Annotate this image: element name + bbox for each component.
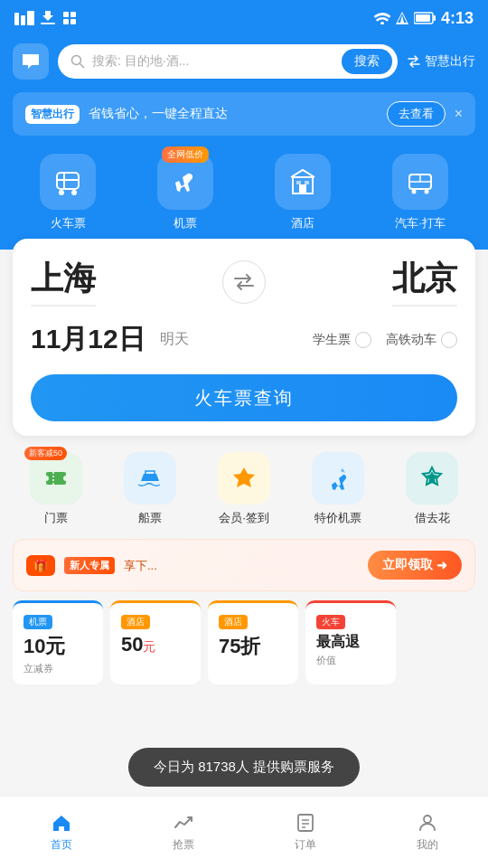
date-main[interactable]: 11月12日 xyxy=(31,321,145,358)
svg-rect-7 xyxy=(70,19,76,24)
student-ticket-checkbox[interactable]: 学生票 xyxy=(313,332,371,348)
member-icon-circle xyxy=(218,452,270,505)
sec-nav-borrow[interactable]: 借去花 xyxy=(406,452,458,526)
member-label: 会员·签到 xyxy=(219,510,269,526)
banner-inner: 智慧出行 省钱省心，一键全程直达 去查看 × xyxy=(13,92,475,136)
hotel-icon-circle xyxy=(275,154,331,210)
svg-marker-38 xyxy=(341,468,345,473)
nav-train[interactable]: 火车票 xyxy=(40,154,96,231)
nav-bus[interactable]: 汽车·打车 xyxy=(392,154,448,231)
sec-nav-cheap-flight[interactable]: 特价机票 xyxy=(312,452,364,526)
app-icon xyxy=(61,10,78,26)
train-icon-circle xyxy=(40,154,96,210)
low-price-badge: 全网低价 xyxy=(162,146,209,163)
bottom-nav-home[interactable]: 首页 xyxy=(0,797,122,868)
svg-rect-12 xyxy=(416,14,430,22)
svg-rect-11 xyxy=(433,15,436,21)
nav-hotel[interactable]: 酒店 xyxy=(275,154,331,231)
promo-cta-button[interactable]: 立即领取 ➜ xyxy=(368,551,462,580)
svg-line-17 xyxy=(80,64,85,69)
svg-rect-5 xyxy=(70,12,76,17)
toast-text: 今日为 81738人 提供购票服务 xyxy=(154,759,334,774)
bus-icon xyxy=(405,166,436,197)
swap-cities-button[interactable] xyxy=(222,260,266,304)
header: 搜索: 目的地·酒... 搜索 智慧出行 xyxy=(0,36,488,92)
bottom-nav-grab[interactable]: 抢票 xyxy=(122,797,244,868)
nav-icons: 火车票 全网低价 机票 酒店 汽车·打车 xyxy=(0,146,488,250)
search-bar[interactable]: 搜索: 目的地·酒... 搜索 xyxy=(58,44,398,79)
bus-label: 汽车·打车 xyxy=(395,215,446,231)
promo-cta-arrow: ➜ xyxy=(436,558,447,572)
chat-button[interactable] xyxy=(13,43,49,80)
orders-label: 订单 xyxy=(295,837,316,853)
gallery-icon xyxy=(14,11,34,25)
promo-desc: 享下... xyxy=(124,559,157,572)
coupon-flight-desc: 立减券 xyxy=(23,662,92,675)
banner-section: 智慧出行 省钱省心，一键全程直达 去查看 × xyxy=(0,92,488,146)
new-user-badge: 新客减50 xyxy=(24,447,67,460)
banner-logo: 智慧出行 xyxy=(25,105,80,124)
svg-rect-6 xyxy=(63,19,69,24)
sec-nav-ticket[interactable]: 新客减50 门票 xyxy=(30,452,82,526)
sec-nav-ship[interactable]: 船票 xyxy=(124,452,176,526)
to-city-name[interactable]: 北京 xyxy=(392,257,457,301)
status-bar: 4:13 xyxy=(0,0,488,36)
coupon-train-amount: 最高退 xyxy=(316,633,385,652)
gaotie-checkbox[interactable]: 高铁动车 xyxy=(386,332,457,348)
member-icon xyxy=(230,465,258,492)
to-city[interactable]: 北京 xyxy=(392,257,457,307)
search-icon xyxy=(70,54,85,69)
banner-cta-button[interactable]: 去查看 xyxy=(387,101,446,127)
student-ticket-radio[interactable] xyxy=(355,332,371,348)
route-row: 上海 北京 xyxy=(31,257,457,307)
cheap-flight-icon-circle xyxy=(312,452,364,505)
hotel-icon xyxy=(287,166,318,197)
banner-text: 省钱省心，一键全程直达 xyxy=(89,106,378,122)
search-button[interactable]: 搜索 xyxy=(342,49,392,74)
svg-rect-27 xyxy=(296,181,301,184)
coupon-train-tag: 火车 xyxy=(316,615,345,629)
svg-rect-28 xyxy=(305,181,309,184)
promo-logo: 🎁 xyxy=(26,555,55,576)
coupon-hotel1[interactable]: 酒店 50元 xyxy=(110,600,201,684)
svg-rect-26 xyxy=(299,184,306,193)
swap-cities-icon xyxy=(233,274,255,290)
grab-icon xyxy=(173,812,194,834)
from-city[interactable]: 上海 xyxy=(31,257,96,307)
search-card: 上海 北京 11月12日 明天 学生票 高铁动车 火车票查询 xyxy=(13,239,475,436)
cheap-flight-icon xyxy=(324,465,352,492)
hotel-label: 酒店 xyxy=(291,215,314,231)
borrow-label: 借去花 xyxy=(415,510,450,526)
from-city-name[interactable]: 上海 xyxy=(31,257,96,301)
search-placeholder: 搜索: 目的地·酒... xyxy=(92,53,334,70)
coupon-flight-amount: 10元 xyxy=(23,633,92,660)
home-label: 首页 xyxy=(51,837,72,853)
banner-close-button[interactable]: × xyxy=(455,106,463,122)
coupon-hotel2-amount: 75折 xyxy=(219,633,287,660)
coupon-train-desc: 价值 xyxy=(316,654,385,667)
bottom-nav-mine[interactable]: 我的 xyxy=(366,797,488,868)
nav-flight[interactable]: 全网低价 机票 xyxy=(157,154,213,231)
coupon-train[interactable]: 火车 最高退 价值 xyxy=(305,600,396,684)
bottom-nav: 首页 抢票 订单 我的 xyxy=(0,796,488,868)
search-train-button[interactable]: 火车票查询 xyxy=(31,374,457,421)
borrow-icon-circle xyxy=(406,452,458,505)
smart-travel-btn[interactable]: 智慧出行 xyxy=(407,53,475,70)
ship-label: 船票 xyxy=(138,510,162,526)
borrow-icon xyxy=(418,465,446,492)
smart-travel-label: 智慧出行 xyxy=(425,53,475,70)
student-ticket-label: 学生票 xyxy=(313,332,351,348)
coupon-flight[interactable]: 机票 10元 立减券 xyxy=(13,600,103,684)
mine-label: 我的 xyxy=(417,837,438,853)
coupon-hotel2[interactable]: 酒店 75折 xyxy=(208,600,298,684)
svg-rect-4 xyxy=(63,12,69,17)
checkbox-group: 学生票 高铁动车 xyxy=(313,332,457,348)
bottom-nav-orders[interactable]: 订单 xyxy=(244,797,366,868)
swap-icon xyxy=(407,54,421,69)
coupon-hotel2-tag: 酒店 xyxy=(219,615,248,629)
date-sub[interactable]: 明天 xyxy=(160,330,189,349)
gaotie-radio[interactable] xyxy=(441,332,457,348)
promo-logo-icon: 🎁 xyxy=(33,559,48,572)
sec-nav-member[interactable]: 会员·签到 xyxy=(218,452,270,526)
status-time: 4:13 xyxy=(441,9,474,28)
